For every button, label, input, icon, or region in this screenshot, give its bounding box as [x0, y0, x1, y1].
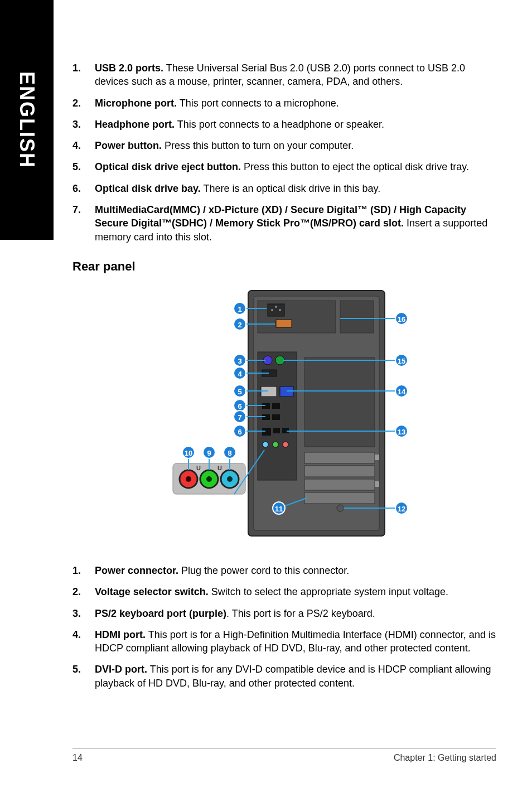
- list-term: Optical disk drive eject button.: [95, 161, 241, 172]
- svg-point-22: [263, 442, 268, 447]
- list-description: Switch to select the appropriate system …: [209, 586, 448, 597]
- list-description: This port is for any DVI-D compatible de…: [95, 664, 491, 688]
- list-term: Voltage selector switch.: [95, 586, 209, 597]
- list-description: Press this button to turn on your comput…: [162, 140, 354, 151]
- rear-panel-heading: Rear panel: [72, 259, 496, 274]
- list-number: 1.: [72, 564, 95, 577]
- list-term: USB 2.0 ports.: [95, 62, 163, 74]
- callout-2-left-1-label: 2: [238, 320, 241, 328]
- callout-7-left-6-label: 7: [238, 413, 241, 421]
- list-description: . This port is for a PS/2 keyboard.: [226, 608, 375, 619]
- front-panel-item: 3.Headphone port. This port connects to …: [72, 118, 496, 131]
- list-number: 3.: [72, 118, 95, 131]
- callout-8-left-10-label: 8: [228, 448, 231, 457]
- list-description: Plug the power cord to this connector.: [178, 565, 349, 576]
- page-footer: 14 Chapter 1: Getting started: [72, 748, 496, 763]
- page-number: 14: [72, 753, 83, 763]
- callout-15-right-1-label: 15: [398, 356, 405, 365]
- rear-panel-item: 3.PS/2 keyboard port (purple). This port…: [72, 607, 496, 620]
- list-term: Power connector.: [95, 565, 178, 576]
- page-content: 1.USB 2.0 ports. These Universal Serial …: [72, 61, 496, 698]
- list-body: Power button. Press this button to turn …: [95, 139, 496, 152]
- svg-rect-8: [340, 301, 374, 333]
- list-number: 7.: [72, 203, 95, 244]
- callout-5-left-4-label: 5: [238, 387, 241, 395]
- list-term: Power button.: [95, 140, 162, 151]
- svg-point-24: [283, 442, 288, 447]
- callout-12-right-4-label: 12: [398, 504, 405, 513]
- svg-rect-7: [276, 320, 292, 327]
- list-body: Optical disk drive bay. There is an opti…: [95, 182, 496, 195]
- rear-panel-item: 1.Power connector. Plug the power cord t…: [72, 564, 496, 577]
- list-term: HDMI port.: [95, 629, 146, 640]
- rear-panel-item: 2.Voltage selector switch. Switch to sel…: [72, 585, 496, 598]
- audio-label-1: U: [196, 465, 201, 471]
- list-number: 2.: [72, 585, 95, 598]
- list-term: Optical disk drive bay.: [95, 183, 201, 194]
- list-term: DVI-D port.: [95, 664, 147, 675]
- language-tab: ENGLISH: [0, 0, 54, 240]
- front-panel-item: 4.Power button. Press this button to tur…: [72, 139, 496, 152]
- list-body: DVI-D port. This port is for any DVI-D c…: [95, 663, 496, 690]
- front-panel-item: 1.USB 2.0 ports. These Universal Serial …: [72, 61, 496, 89]
- svg-point-6: [275, 306, 277, 308]
- list-description: This port is for a High-Definition Multi…: [95, 629, 496, 654]
- callout-14-right-2-label: 14: [398, 387, 406, 395]
- list-description: This port connects to a microphone.: [177, 98, 339, 109]
- list-number: 6.: [72, 182, 95, 195]
- svg-rect-25: [304, 357, 375, 447]
- list-term: Microphone port.: [95, 98, 177, 109]
- front-panel-item: 2.Microphone port. This port connects to…: [72, 96, 496, 110]
- svg-point-38: [206, 476, 212, 482]
- list-body: MultiMediaCard(MMC) / xD-Picture (XD) / …: [95, 203, 496, 244]
- svg-rect-29: [304, 492, 375, 504]
- list-body: Headphone port. This port connects to a …: [95, 118, 496, 131]
- svg-point-30: [337, 505, 344, 511]
- front-panel-list: 1.USB 2.0 ports. These Universal Serial …: [72, 61, 496, 244]
- list-body: Power connector. Plug the power cord to …: [95, 564, 496, 577]
- callout-16-right-0-label: 16: [398, 315, 405, 323]
- svg-point-23: [273, 442, 278, 447]
- svg-rect-32: [375, 481, 379, 487]
- svg-rect-26: [304, 452, 375, 463]
- list-number: 5.: [72, 663, 95, 690]
- list-body: Voltage selector switch. Switch to selec…: [95, 585, 496, 598]
- front-panel-item: 6.Optical disk drive bay. There is an op…: [72, 182, 496, 195]
- rear-panel-diagram: U U 12345676109811 1615141312: [139, 285, 429, 547]
- list-body: USB 2.0 ports. These Universal Serial Bu…: [95, 61, 496, 89]
- rear-panel-item: 5.DVI-D port. This port is for any DVI-D…: [72, 663, 496, 690]
- chapter-label: Chapter 1: Getting started: [394, 753, 496, 763]
- callout-13-right-3-label: 13: [398, 427, 405, 436]
- list-body: HDMI port. This port is for a High-Defin…: [95, 628, 496, 655]
- svg-rect-16: [272, 403, 280, 409]
- svg-point-4: [271, 309, 273, 311]
- callout-10-left-8-label: 10: [185, 448, 192, 457]
- rear-panel-list: 1.Power connector. Plug the power cord t…: [72, 564, 496, 690]
- callout-1-left-0-label: 1: [238, 305, 241, 313]
- svg-point-11: [275, 356, 284, 365]
- svg-rect-28: [304, 479, 375, 490]
- list-description: Press this button to eject the optical d…: [241, 161, 469, 172]
- list-number: 4.: [72, 139, 95, 152]
- list-number: 1.: [72, 61, 95, 89]
- list-term: Headphone port.: [95, 119, 175, 130]
- callout-6-left-5-label: 6: [238, 402, 241, 410]
- svg-rect-20: [273, 428, 280, 433]
- list-number: 2.: [72, 96, 95, 110]
- callout-3-left-2-label: 3: [238, 356, 241, 365]
- svg-point-5: [279, 309, 281, 311]
- callout-9-left-9-label: 9: [207, 448, 211, 457]
- list-number: 3.: [72, 607, 95, 620]
- svg-rect-27: [304, 466, 375, 477]
- callout-11-left-11-label: 11: [275, 504, 283, 513]
- list-number: 4.: [72, 628, 95, 655]
- front-panel-item: 7.MultiMediaCard(MMC) / xD-Picture (XD) …: [72, 203, 496, 244]
- front-panel-item: 5.Optical disk drive eject button. Press…: [72, 160, 496, 173]
- language-tab-text: ENGLISH: [15, 71, 38, 168]
- svg-rect-18: [272, 414, 280, 420]
- svg-point-37: [186, 476, 191, 482]
- list-body: Optical disk drive eject button. Press t…: [95, 160, 496, 173]
- list-description: There is an optical disk drive in this b…: [201, 183, 381, 194]
- list-description: This port connects to a headphone or spe…: [175, 119, 384, 130]
- audio-label-2: U: [217, 465, 222, 471]
